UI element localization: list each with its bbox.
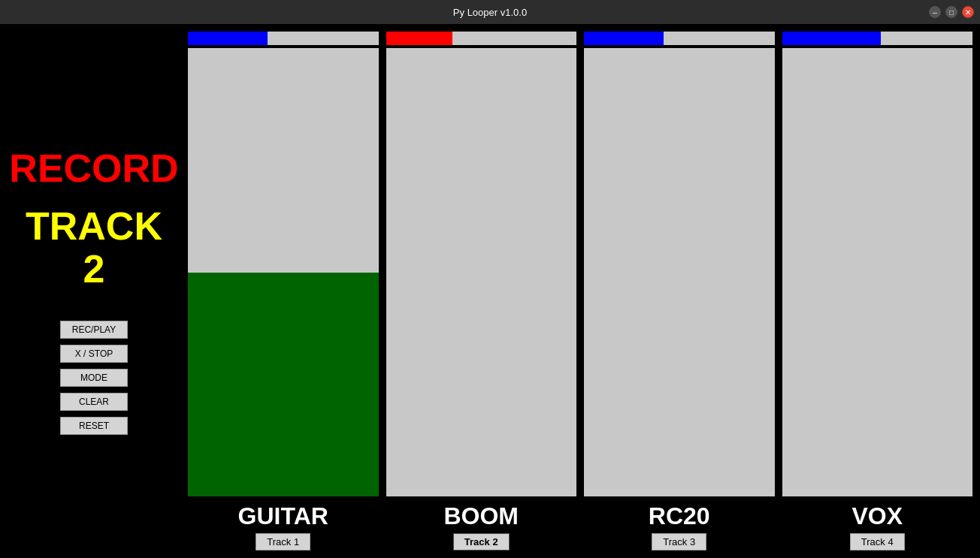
- close-button[interactable]: ✕: [962, 6, 974, 18]
- track-visual-track3: [584, 48, 775, 496]
- main-content: RECORD TRACK 2 REC/PLAYX / STOPMODECLEAR…: [0, 24, 980, 558]
- track-name-track4: VOX: [851, 502, 903, 530]
- track-upper-track3: [584, 48, 775, 496]
- track-progress-empty-track1: [268, 32, 378, 45]
- track-column-track3: RC20Track 3: [584, 32, 775, 550]
- rec-play-button[interactable]: REC/PLAY: [60, 321, 128, 339]
- track-progress-bar-track3: [584, 32, 775, 45]
- track-column-track2: BOOMTrack 2: [386, 32, 577, 550]
- title-bar: Py Looper v1.0.0 – □ ✕: [0, 0, 980, 24]
- track-progress-empty-track3: [664, 32, 774, 45]
- track-label-button-track4[interactable]: Track 4: [850, 533, 905, 550]
- track-upper-track2: [386, 48, 577, 496]
- status-track-label: TRACK 2: [15, 205, 173, 291]
- track-progress-bar-track1: [188, 32, 379, 45]
- track-visual-track4: [782, 48, 973, 496]
- track-progress-filled-track4: [782, 32, 882, 45]
- minimize-button[interactable]: –: [929, 6, 941, 18]
- track-upper-track1: [188, 48, 379, 273]
- track-name-track2: BOOM: [443, 502, 519, 530]
- track-name-track1: GUITAR: [238, 502, 328, 530]
- track-column-track1: GUITARTrack 1: [188, 32, 379, 550]
- app-title: Py Looper v1.0.0: [453, 7, 527, 18]
- track-progress-bar-track2: [386, 32, 577, 45]
- mode-button[interactable]: MODE: [60, 369, 128, 387]
- reset-button[interactable]: RESET: [60, 417, 128, 435]
- maximize-button[interactable]: □: [945, 6, 957, 18]
- track-visual-track1: [188, 48, 379, 496]
- track-upper-track4: [782, 48, 973, 496]
- x-stop-button[interactable]: X / STOP: [60, 345, 128, 363]
- track-progress-filled-track1: [188, 32, 268, 45]
- control-buttons: REC/PLAYX / STOPMODECLEARRESET: [60, 321, 128, 435]
- track-name-track3: RC20: [649, 502, 710, 530]
- track-visual-track2: [386, 48, 577, 496]
- clear-button[interactable]: CLEAR: [60, 393, 128, 411]
- track-lower-track1: [188, 273, 379, 497]
- track-label-button-track2[interactable]: Track 2: [453, 533, 510, 550]
- track-label-button-track3[interactable]: Track 3: [652, 533, 706, 550]
- tracks-row: GUITARTrack 1BOOMTrack 2RC20Track 3VOXTr…: [188, 32, 972, 550]
- window-controls: – □ ✕: [929, 6, 974, 18]
- track-progress-filled-track2: [386, 32, 453, 45]
- track-column-track4: VOXTrack 4: [782, 32, 973, 550]
- status-record-label: RECORD: [9, 147, 178, 190]
- tracks-area: GUITARTrack 1BOOMTrack 2RC20Track 3VOXTr…: [188, 24, 980, 558]
- track-label-button-track1[interactable]: Track 1: [256, 533, 310, 550]
- track-progress-empty-track4: [881, 32, 972, 45]
- track-progress-empty-track2: [452, 32, 576, 45]
- left-panel: RECORD TRACK 2 REC/PLAYX / STOPMODECLEAR…: [0, 24, 188, 558]
- track-progress-bar-track4: [782, 32, 973, 45]
- track-progress-filled-track3: [584, 32, 664, 45]
